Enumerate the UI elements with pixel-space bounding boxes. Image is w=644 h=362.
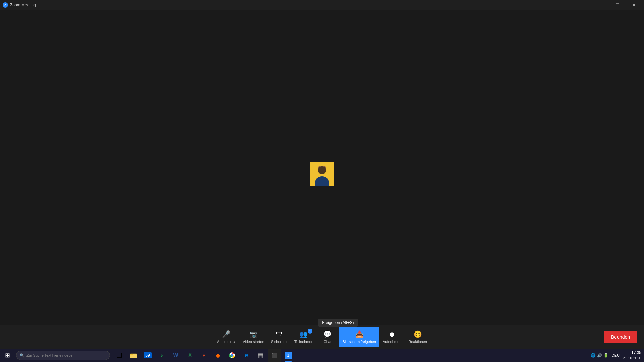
volume-icon: 🔊 — [597, 353, 602, 358]
share-icon: 📤 — [355, 330, 364, 338]
minimize-button[interactable]: ─ — [594, 0, 609, 10]
participants-icon: 👥 — [299, 330, 308, 338]
record-button[interactable]: ⏺ Aufnehmen — [379, 327, 405, 347]
toolbar: 🎤 Audio ein ▲ 📷 Video starten 🛡 Sicherhe… — [0, 325, 644, 349]
start-button[interactable]: ⊞ — [0, 349, 15, 362]
audio-label-row: Audio ein ▲ — [217, 340, 236, 344]
taskbar-word[interactable]: W — [169, 349, 182, 362]
share-tooltip: Freigeben (Alt+S) — [318, 319, 358, 327]
titlebar: ✓ Zoom Meeting ─ ❐ ✕ — [0, 0, 644, 10]
person-head — [318, 166, 326, 174]
reactions-button[interactable]: 😊 Reaktionen — [405, 327, 430, 347]
record-icon: ⏺ — [389, 330, 395, 338]
taskbar-excel[interactable]: X — [183, 349, 197, 362]
window-controls: ─ ❐ ✕ — [594, 0, 641, 10]
zoom-shield-icon: ✓ — [3, 2, 8, 8]
security-icon: 🛡 — [276, 330, 283, 338]
window-title: Zoom Meeting — [10, 3, 36, 7]
network-icon: 🌐 — [591, 353, 596, 358]
reactions-icon: 😊 — [414, 330, 422, 338]
chat-button[interactable]: 💬 Chat — [316, 327, 339, 347]
windows-taskbar: ⊞ 🔍 Zur Suche Text hier eingeben ❑ 69 ♪ … — [0, 349, 644, 362]
end-meeting-button[interactable]: Beenden — [604, 331, 637, 343]
taskbar-zoom[interactable]: Z — [282, 349, 295, 362]
chat-icon: 💬 — [323, 330, 332, 338]
taskbar-orange-app[interactable]: ◆ — [211, 349, 225, 362]
taskbar-right: 🌐 🔊 🔋 DEU 17:35 21.10.2020 — [588, 349, 644, 362]
taskbar-clock: 17:35 21.10.2020 — [623, 350, 641, 361]
taskbar-whiteboard[interactable]: ⬛ — [268, 349, 281, 362]
taskbar-edge[interactable]: e — [239, 349, 253, 362]
taskbar-panel[interactable]: ▦ — [254, 349, 267, 362]
video-button[interactable]: 📷 Video starten — [239, 327, 268, 347]
participants-button[interactable]: 👥 Teilnehmer 1 — [291, 327, 316, 347]
participant-avatar — [310, 162, 334, 186]
titlebar-left: ✓ Zoom Meeting — [3, 2, 36, 8]
share-screen-button[interactable]: 📤 Bildschirm freigeben — [339, 327, 379, 347]
security-button[interactable]: 🛡 Sicherheit — [268, 327, 291, 347]
restore-button[interactable]: ❐ — [610, 0, 625, 10]
taskbar-windows-badge[interactable]: 69 — [141, 349, 154, 362]
system-icons: 🌐 🔊 🔋 — [591, 353, 608, 358]
taskbar-task-view[interactable]: ❑ — [113, 349, 126, 362]
taskbar-spotify[interactable]: ♪ — [155, 349, 168, 362]
taskbar-file-explorer[interactable] — [127, 349, 140, 362]
taskbar-powerpoint[interactable]: P — [197, 349, 211, 362]
avatar-image — [310, 162, 334, 186]
language-indicator: DEU — [610, 353, 621, 358]
meeting-area — [0, 10, 644, 339]
audio-button[interactable]: 🎤 Audio ein ▲ — [214, 327, 239, 347]
taskbar-search[interactable]: 🔍 Zur Suche Text hier eingeben — [16, 351, 110, 360]
search-placeholder: Zur Suche Text hier eingeben — [26, 353, 75, 357]
participants-badge: 1 — [308, 329, 312, 334]
audio-expand-arrow: ▲ — [233, 340, 236, 343]
svg-rect-2 — [130, 354, 133, 355]
close-button[interactable]: ✕ — [626, 0, 641, 10]
video-label-row: Video starten — [243, 340, 264, 344]
video-icon: 📷 — [249, 330, 258, 338]
taskbar-chrome[interactable] — [225, 349, 239, 362]
svg-rect-1 — [130, 354, 137, 358]
svg-text:Z: Z — [287, 354, 289, 357]
person-body — [315, 176, 329, 186]
taskbar-apps: ❑ 69 ♪ W X P ◆ e ▦ ⬛ Z — [113, 349, 588, 362]
battery-icon: 🔋 — [603, 353, 608, 358]
search-icon: 🔍 — [20, 353, 24, 358]
audio-icon: 🎤 — [222, 330, 230, 338]
